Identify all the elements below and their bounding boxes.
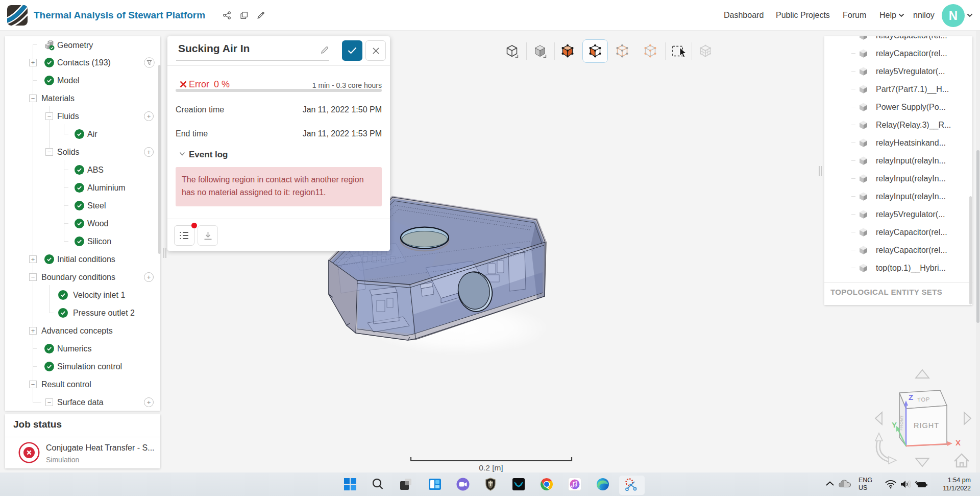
svg-text:Y: Y	[892, 420, 897, 429]
svg-text:Z: Z	[909, 393, 913, 401]
svg-text:TOP: TOP	[917, 396, 930, 403]
svg-text:X: X	[955, 438, 961, 447]
svg-text:RIGHT: RIGHT	[914, 421, 939, 430]
